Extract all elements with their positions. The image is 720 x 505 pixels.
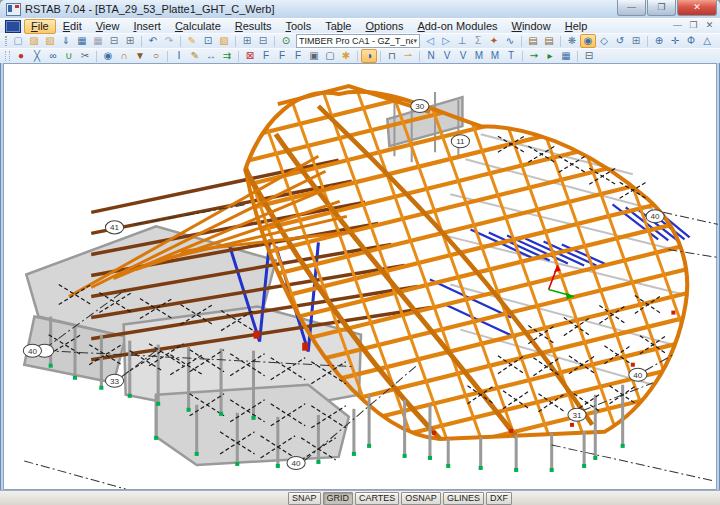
toolbar-separator xyxy=(560,36,561,47)
member-release-icon[interactable]: ○ xyxy=(148,49,164,63)
menu-bar: FileEditViewInsertCalculateResultsToolsT… xyxy=(0,18,720,33)
isometric-view-icon[interactable]: ◇ xyxy=(596,34,612,48)
new-window-icon[interactable]: ⊞ xyxy=(628,34,644,48)
diagram-mt-icon[interactable]: T xyxy=(503,49,519,63)
zoom-icon[interactable]: ⊕ xyxy=(651,34,667,48)
print-icon[interactable]: ⊟ xyxy=(106,34,122,48)
pan-icon[interactable]: ✛ xyxy=(667,34,683,48)
previous-view-icon[interactable]: ↺ xyxy=(612,34,628,48)
curve-icon[interactable]: ∿ xyxy=(502,34,518,48)
module-combo[interactable]: TIMBER Pro CA1 - GZ_T_ne ▾ xyxy=(296,34,420,48)
dxf-button[interactable]: DXF xyxy=(486,492,512,505)
view-3d-icon[interactable]: ◉ xyxy=(580,34,596,48)
menu-insert[interactable]: Insert xyxy=(126,19,168,34)
menu-window[interactable]: Window xyxy=(505,19,558,34)
result-panel-icon[interactable]: ▦ xyxy=(558,49,574,63)
menu-edit[interactable]: Edit xyxy=(56,19,89,34)
glines-button[interactable]: GLINES xyxy=(443,492,484,505)
toolbar-separator xyxy=(238,51,239,62)
user-settings-icon[interactable]: ✦ xyxy=(486,34,502,48)
menu-file[interactable]: File xyxy=(24,19,56,34)
table-layout-icon[interactable]: ⊟ xyxy=(255,34,271,48)
member-props-icon[interactable]: ✎ xyxy=(187,49,203,63)
child-minimize-button[interactable]: — xyxy=(671,20,684,31)
print-graphic-icon[interactable]: ⊟ xyxy=(581,49,597,63)
deformation-icon[interactable]: ⇝ xyxy=(526,49,542,63)
print-preview-icon[interactable]: ⊞ xyxy=(122,34,138,48)
toolbar-grip[interactable] xyxy=(5,36,7,46)
clipping-icon[interactable]: ✕ xyxy=(715,34,720,48)
diagram-mz-icon[interactable]: M xyxy=(487,49,503,63)
menu-calculate[interactable]: Calculate xyxy=(168,19,228,34)
display-props-icon[interactable]: ❋ xyxy=(564,34,580,48)
load-generate-icon[interactable]: ⇉ xyxy=(219,49,235,63)
mirror-view-icon[interactable]: △ xyxy=(699,34,715,48)
menu-table[interactable]: Table xyxy=(318,19,358,34)
dimension-icon[interactable]: ↔ xyxy=(203,49,219,63)
toolbar-grip[interactable] xyxy=(5,51,10,61)
undo-icon[interactable]: ↶ xyxy=(145,34,161,48)
edit-mode-icon[interactable]: ✎ xyxy=(184,34,200,48)
numbering-icon[interactable]: ◉ xyxy=(100,49,116,63)
minimize-button[interactable]: — xyxy=(617,0,646,16)
animation-icon[interactable]: ▸ xyxy=(542,49,558,63)
redo-icon[interactable]: ↷ xyxy=(161,34,177,48)
perpendicular-icon[interactable]: ⊥ xyxy=(454,34,470,48)
nav-forward-icon[interactable]: ▷ xyxy=(438,34,454,48)
close-button[interactable]: ✕ xyxy=(677,0,717,16)
chevron-down-icon[interactable]: ▾ xyxy=(413,37,417,45)
menu-view[interactable]: View xyxy=(89,19,127,34)
round-corner-icon[interactable]: ∪ xyxy=(61,49,77,63)
module-user-icon[interactable]: ⊙ xyxy=(278,34,294,48)
camera-view-icon[interactable]: ▤ xyxy=(525,34,541,48)
grid-button[interactable]: GRID xyxy=(323,492,354,505)
delete-member-icon[interactable]: ✂ xyxy=(77,49,93,63)
rotate-view-icon[interactable]: Φ xyxy=(683,34,699,48)
open-folder-icon[interactable]: ▨ xyxy=(26,34,42,48)
cross-section-icon[interactable]: Ⅰ xyxy=(171,49,187,63)
menu-results[interactable]: Results xyxy=(228,19,279,34)
menu-options[interactable]: Options xyxy=(358,19,410,34)
save-data-icon[interactable]: ▦ xyxy=(90,34,106,48)
delete-loads-icon[interactable]: ⊠ xyxy=(242,49,258,63)
menu-help[interactable]: Help xyxy=(558,19,595,34)
menu-addon-modules[interactable]: Add-on Modules xyxy=(410,19,504,34)
show-results-icon[interactable]: ◑ xyxy=(361,49,377,63)
sum-icon[interactable]: Σ xyxy=(470,34,486,48)
nodal-support-icon[interactable]: ▼ xyxy=(132,49,148,63)
table-show-icon[interactable]: ⊞ xyxy=(239,34,255,48)
open-copy-icon[interactable]: ▧ xyxy=(42,34,58,48)
import-icon[interactable]: ⇓ xyxy=(58,34,74,48)
menu-tools[interactable]: Tools xyxy=(278,19,318,34)
result-beams-icon[interactable]: ⇀ xyxy=(400,49,416,63)
load-fz-icon[interactable]: F xyxy=(290,49,306,63)
generator-icon[interactable]: ✱ xyxy=(338,49,354,63)
child-close-button[interactable]: ✕ xyxy=(703,20,716,31)
connect-members-icon[interactable]: ∞ xyxy=(45,49,61,63)
save-icon[interactable]: ▦ xyxy=(74,34,90,48)
load-fy-icon[interactable]: F xyxy=(274,49,290,63)
snap-button[interactable]: SNAP xyxy=(288,492,321,505)
member-arc-icon[interactable]: ∩ xyxy=(116,49,132,63)
results-table-icon[interactable]: ⊓ xyxy=(384,49,400,63)
restore-button[interactable]: ❐ xyxy=(647,0,676,16)
diagram-n-icon[interactable]: N xyxy=(423,49,439,63)
camera-record-icon[interactable]: ▤ xyxy=(541,34,557,48)
cartes-button[interactable]: CARTES xyxy=(355,492,399,505)
new-file-icon[interactable]: ▢ xyxy=(10,34,26,48)
diagram-vz-icon[interactable]: V xyxy=(455,49,471,63)
child-restore-button[interactable]: ❐ xyxy=(687,20,700,31)
title-bar[interactable]: RSTAB 7.04 - [BTA_29_53_Platte1_GHT_C_We… xyxy=(0,0,720,18)
project-navigator-icon[interactable]: ▧ xyxy=(216,34,232,48)
solid-model-icon[interactable]: ▣ xyxy=(306,49,322,63)
nav-back-icon[interactable]: ◁ xyxy=(422,34,438,48)
select-special-icon[interactable]: ⊡ xyxy=(200,34,216,48)
diagram-vy-icon[interactable]: V xyxy=(439,49,455,63)
osnap-button[interactable]: OSNAP xyxy=(401,492,441,505)
wire-model-icon[interactable]: ▢ xyxy=(322,49,338,63)
load-fx-icon[interactable]: F xyxy=(258,49,274,63)
diagram-my-icon[interactable]: M xyxy=(471,49,487,63)
insert-node-icon[interactable]: ● xyxy=(13,49,29,63)
model-viewport[interactable]: 30 11 40 40 41 33 40 40 31 xyxy=(3,63,717,490)
divide-member-icon[interactable]: ╳ xyxy=(29,49,45,63)
